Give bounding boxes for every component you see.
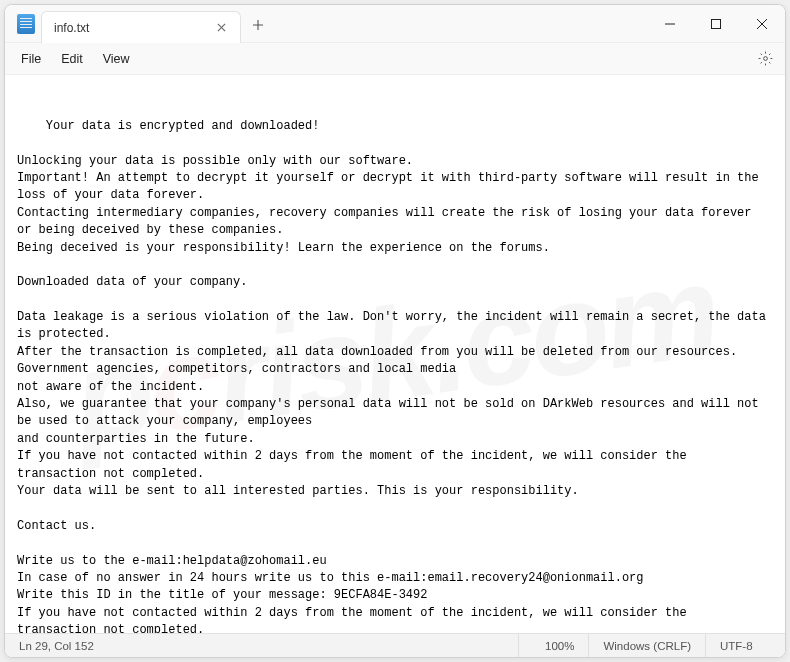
menu-view[interactable]: View [93, 47, 140, 71]
status-zoom[interactable]: 100% [518, 634, 588, 657]
status-encoding[interactable]: UTF-8 [705, 634, 785, 657]
svg-point-8 [763, 57, 767, 61]
close-tab-button[interactable] [212, 19, 230, 37]
minimize-button[interactable] [647, 5, 693, 43]
tab-title: info.txt [54, 21, 212, 35]
status-line-ending[interactable]: Windows (CRLF) [588, 634, 705, 657]
document-text: Your data is encrypted and downloaded! U… [17, 119, 773, 633]
notepad-icon [17, 14, 35, 34]
titlebar: info.txt [5, 5, 785, 43]
window-controls [647, 5, 785, 42]
menu-file[interactable]: File [11, 47, 51, 71]
titlebar-drag-area[interactable] [275, 5, 647, 42]
notepad-window: info.txt File Edit View [4, 4, 786, 658]
new-tab-button[interactable] [241, 7, 275, 42]
maximize-button[interactable] [693, 5, 739, 43]
status-cursor-position: Ln 29, Col 152 [5, 634, 108, 657]
settings-button[interactable] [751, 45, 779, 73]
close-window-button[interactable] [739, 5, 785, 43]
menubar: File Edit View [5, 43, 785, 75]
menu-edit[interactable]: Edit [51, 47, 93, 71]
text-editor-area[interactable]: pcrisk.com Your data is encrypted and do… [5, 75, 785, 633]
statusbar: Ln 29, Col 152 100% Windows (CRLF) UTF-8 [5, 633, 785, 657]
gear-icon [758, 51, 773, 66]
file-tab[interactable]: info.txt [41, 11, 241, 43]
svg-rect-5 [712, 20, 721, 29]
app-icon [5, 5, 39, 42]
